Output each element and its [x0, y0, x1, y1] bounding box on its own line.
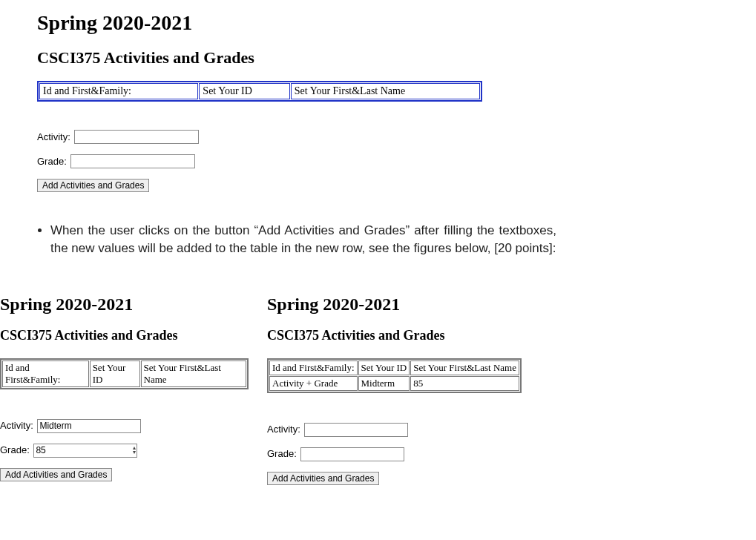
add-activities-button[interactable]: Add Activities and Grades — [37, 179, 149, 192]
activity-input[interactable] — [304, 423, 408, 437]
grade-label: Grade: — [267, 448, 297, 459]
table-cell: Id and First&Family: — [269, 360, 358, 375]
activity-input[interactable] — [74, 130, 199, 144]
table-cell-name-value: Set Your First&Last Name — [291, 83, 480, 99]
table-row: Id and First&Family: Set Your ID Set You… — [39, 83, 480, 99]
table-cell: Midterm — [358, 376, 410, 391]
activity-label: Activity: — [37, 131, 70, 142]
table-cell: Id and First&Family: — [2, 360, 89, 387]
add-activities-button[interactable]: Add Activities and Grades — [0, 468, 112, 481]
grade-input[interactable] — [33, 444, 137, 458]
instruction-section: When the user clicks on the button “Add … — [37, 222, 556, 257]
table-cell: Set Your ID — [358, 360, 410, 375]
table-cell: Set Your First&Last Name — [410, 360, 519, 375]
page-heading: Spring 2020-2021 — [37, 11, 756, 35]
table-cell: 85 — [410, 376, 519, 391]
info-table: Id and First&Family: Set Your ID Set You… — [37, 81, 482, 102]
example-right-table: Id and First&Family: Set Your ID Set You… — [267, 358, 522, 393]
example-left-table: Id and First&Family: Set Your ID Set You… — [0, 358, 249, 389]
table-cell-id-label: Id and First&Family: — [39, 83, 198, 99]
example-left-subheading: CSCI375 Activities and Grades — [0, 328, 249, 343]
example-left-form: Activity: Grade: ▴▾ Add Activities and G… — [0, 419, 249, 481]
grade-input[interactable] — [300, 447, 404, 461]
example-left-heading: Spring 2020-2021 — [0, 294, 249, 315]
grade-label: Grade: — [37, 156, 67, 167]
table-row: Id and First&Family: Set Your ID Set You… — [269, 360, 519, 375]
activity-label: Activity: — [267, 424, 300, 435]
example-right-subheading: CSCI375 Activities and Grades — [267, 328, 534, 343]
table-row: Id and First&Family: Set Your ID Set You… — [2, 360, 246, 387]
grade-label: Grade: — [0, 444, 30, 455]
activity-label: Activity: — [0, 420, 33, 431]
page-subheading: CSCI375 Activities and Grades — [37, 48, 756, 68]
table-cell: Activity + Grade — [269, 376, 358, 391]
table-cell-id-value: Set Your ID — [199, 83, 289, 99]
instruction-bullet: When the user clicks on the button “Add … — [50, 222, 556, 257]
example-right-form: Activity: Grade: Add Activities and Grad… — [267, 423, 534, 485]
table-cell: Set Your ID — [90, 360, 140, 387]
activity-input[interactable] — [37, 419, 141, 433]
example-right-heading: Spring 2020-2021 — [267, 294, 534, 315]
table-cell: Set Your First&Last Name — [141, 360, 246, 387]
form-area: Activity: Grade: Add Activities and Grad… — [37, 130, 756, 192]
grade-input[interactable] — [70, 154, 195, 168]
add-activities-button[interactable]: Add Activities and Grades — [267, 472, 379, 485]
table-row: Activity + Grade Midterm 85 — [269, 376, 519, 391]
